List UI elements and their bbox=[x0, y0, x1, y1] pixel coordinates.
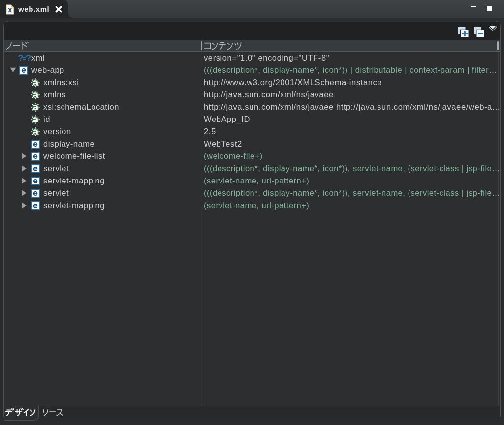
svg-text:?: ? bbox=[26, 53, 31, 62]
svg-text:?: ? bbox=[18, 53, 24, 62]
